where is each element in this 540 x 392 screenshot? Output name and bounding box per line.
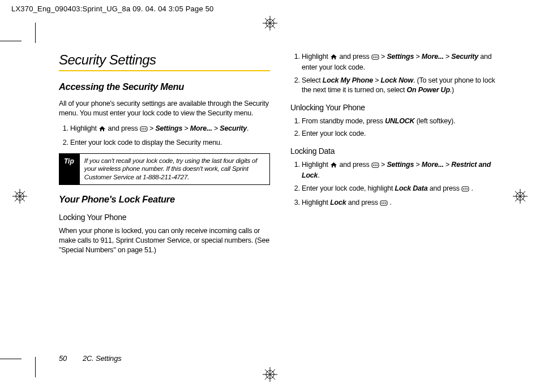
step-1: Highlight and press > Settings > More...… — [302, 52, 502, 72]
title-rule — [59, 70, 270, 71]
page-content: Security Settings Accessing the Security… — [59, 52, 502, 357]
body-access: All of your phone's security settings ar… — [59, 99, 270, 118]
step-1: From standby mode, press UNLOCK (left so… — [302, 117, 502, 126]
heading-accessing: Accessing the Security Menu — [59, 81, 270, 92]
svg-point-34 — [465, 188, 466, 189]
svg-point-30 — [375, 165, 376, 166]
crop-mark — [35, 23, 36, 43]
section-label: 2C. Settings — [83, 354, 121, 363]
page-number: 50 — [59, 354, 67, 363]
svg-point-38 — [383, 203, 384, 204]
heading-unlocking: Unlocking Your Phone — [290, 103, 502, 112]
steps-lock-data: Highlight and press > Settings > More...… — [290, 160, 502, 209]
menu-ok-icon — [380, 199, 388, 209]
step-1: Highlight and press > Settings > More...… — [70, 124, 270, 135]
print-header: LX370_Eng_090403:Sprint_UG_8a 09. 04. 04… — [11, 5, 214, 13]
step-2: Enter your lock code, highlight Lock Dat… — [302, 184, 502, 195]
step-2: Select Lock My Phone > Lock Now. (To set… — [302, 76, 502, 95]
steps-unlock: From standby mode, press UNLOCK (left so… — [290, 117, 502, 139]
registration-mark-right — [513, 189, 528, 204]
svg-point-33 — [463, 188, 464, 189]
menu-ok-icon — [461, 185, 469, 195]
svg-point-22 — [143, 128, 144, 130]
heading-lock-feature: Your Phone's Lock Feature — [59, 194, 270, 205]
left-column: Security Settings Accessing the Security… — [59, 52, 270, 357]
step-2: Enter your lock code to display the Secu… — [70, 138, 270, 148]
registration-mark-top — [263, 16, 277, 31]
home-icon — [330, 161, 337, 171]
step-3: Highlight Lock and press . — [302, 198, 502, 209]
svg-point-23 — [145, 128, 146, 130]
svg-point-31 — [376, 165, 378, 166]
menu-ok-icon — [371, 53, 379, 63]
body-locking: When your phone is locked, you can only … — [59, 226, 270, 255]
menu-ok-icon — [140, 125, 148, 135]
page-title: Security Settings — [59, 52, 270, 68]
tip-box: Tip If you can't recall your lock code, … — [59, 153, 270, 186]
page-footer: 502C. Settings — [59, 354, 121, 363]
steps-access: Highlight and press > Settings > More...… — [59, 124, 270, 148]
crop-mark — [0, 41, 22, 41]
home-icon — [98, 125, 106, 135]
registration-mark-bottom — [263, 367, 277, 382]
step-2: Enter your lock code. — [302, 129, 502, 139]
svg-point-37 — [382, 203, 383, 204]
svg-point-25 — [373, 57, 374, 58]
svg-point-29 — [373, 165, 374, 166]
tip-text: If you can't recall your lock code, try … — [80, 154, 269, 185]
svg-point-26 — [375, 57, 376, 58]
crop-mark — [0, 359, 22, 359]
menu-ok-icon — [371, 161, 379, 171]
svg-point-21 — [142, 128, 143, 130]
crop-mark — [35, 357, 36, 377]
heading-locking-data: Locking Data — [290, 147, 502, 156]
right-column: Highlight and press > Settings > More...… — [290, 52, 502, 357]
svg-point-39 — [385, 203, 386, 204]
step-1: Highlight and press > Settings > More...… — [302, 160, 502, 180]
svg-point-27 — [376, 57, 378, 58]
steps-lock-phone: Highlight and press > Settings > More...… — [290, 52, 502, 95]
heading-locking-phone: Locking Your Phone — [59, 213, 270, 222]
registration-mark-left — [12, 189, 27, 204]
home-icon — [330, 53, 337, 63]
svg-point-35 — [466, 188, 468, 189]
tip-label: Tip — [59, 154, 80, 185]
